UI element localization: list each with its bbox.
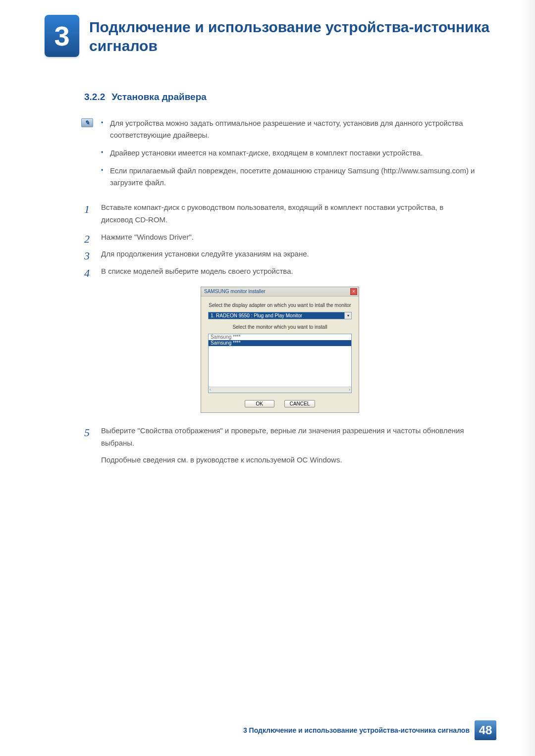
step-text: Выберите "Свойства отображения" и провер… <box>101 426 464 447</box>
chapter-number: 3 <box>54 20 69 52</box>
chapter-header: 3 Подключение и использование устройства… <box>0 0 535 57</box>
installer-dialog-figure: SAMSUNG monitor installer × Select the d… <box>201 287 359 413</box>
step-number: 3 <box>84 247 90 265</box>
step-number: 5 <box>84 424 90 442</box>
section-number: 3.2.2 <box>84 92 105 102</box>
note-item: Драйвер установки имеется на компакт-дис… <box>110 147 476 159</box>
step-4: 4 В списке моделей выберите модель своег… <box>84 265 476 278</box>
dialog-body: Select the display adapter on which you … <box>201 297 359 412</box>
section-heading: 3.2.2 Установка драйвера <box>84 92 476 102</box>
list-item[interactable]: Samsung **** <box>209 334 351 340</box>
step-text: В списке моделей выберите модель своего … <box>101 267 293 275</box>
step-number: 1 <box>84 201 90 218</box>
dialog-monitor-label: Select the monitor which you want to ins… <box>208 324 352 330</box>
footer-text: 3 Подключение и использование устройства… <box>243 726 470 734</box>
dialog-titlebar: SAMSUNG monitor installer × <box>201 287 359 297</box>
step-5: 5 Выберите "Свойства отображения" и пров… <box>84 425 476 450</box>
note-block: ✎ Для устройства можно задать оптимально… <box>84 117 476 189</box>
chevron-down-icon[interactable]: ▾ <box>344 312 351 319</box>
chapter-number-badge: 3 <box>45 15 79 57</box>
step-number: 4 <box>84 264 90 282</box>
step-5-extra: Подробные сведения см. в руководстве к и… <box>84 454 476 466</box>
dialog-adapter-label: Select the display adapter on which you … <box>208 302 352 308</box>
monitor-listbox[interactable]: Samsung **** Samsung **** ‹ › <box>208 334 352 393</box>
display-adapter-select[interactable]: 1. RADEON 9550 : Plug and Play Monitor ▾ <box>208 312 352 319</box>
step-2: 2 Нажмите "Windows Driver". <box>84 231 476 244</box>
step-3: 3 Для продолжения установки следуйте ука… <box>84 248 476 260</box>
note-list: Для устройства можно задать оптимальное … <box>84 117 476 189</box>
scroll-right-icon[interactable]: › <box>349 387 350 392</box>
section-title: Установка драйвера <box>112 92 207 102</box>
dialog-title: SAMSUNG monitor installer <box>204 289 266 294</box>
list-item[interactable]: Samsung **** <box>209 340 351 346</box>
note-item: Для устройства можно задать оптимальное … <box>110 117 476 141</box>
scroll-left-icon[interactable]: ‹ <box>210 387 211 392</box>
step-list-continued: 5 Выберите "Свойства отображения" и пров… <box>84 425 476 450</box>
step-1: 1 Вставьте компакт-диск с руководством п… <box>84 202 476 226</box>
installer-dialog: SAMSUNG monitor installer × Select the d… <box>201 287 359 413</box>
page-number: 48 <box>475 720 496 740</box>
horizontal-scrollbar[interactable]: ‹ › <box>209 387 351 393</box>
step-text: Нажмите "Windows Driver". <box>101 233 194 241</box>
note-icon: ✎ <box>81 118 93 127</box>
content-area: 3.2.2 Установка драйвера ✎ Для устройств… <box>0 57 535 466</box>
close-icon[interactable]: × <box>350 288 357 295</box>
adapter-selected-text: 1. RADEON 9550 : Plug and Play Monitor <box>209 312 344 319</box>
note-item: Если прилагаемый файл поврежден, посетит… <box>110 165 476 189</box>
step-list: 1 Вставьте компакт-диск с руководством п… <box>84 202 476 278</box>
document-page: 3 Подключение и использование устройства… <box>0 0 535 756</box>
ok-button[interactable]: OK <box>245 400 274 407</box>
step-text: Для продолжения установки следуйте указа… <box>101 250 309 258</box>
cancel-button[interactable]: CANCEL <box>284 400 316 407</box>
page-footer: 3 Подключение и использование устройства… <box>0 720 535 740</box>
step-number: 2 <box>84 230 90 248</box>
step-text: Вставьте компакт-диск с руководством пол… <box>101 203 443 224</box>
chapter-title: Подключение и использование устройства-и… <box>89 18 490 55</box>
dialog-buttons: OK CANCEL <box>208 400 352 407</box>
